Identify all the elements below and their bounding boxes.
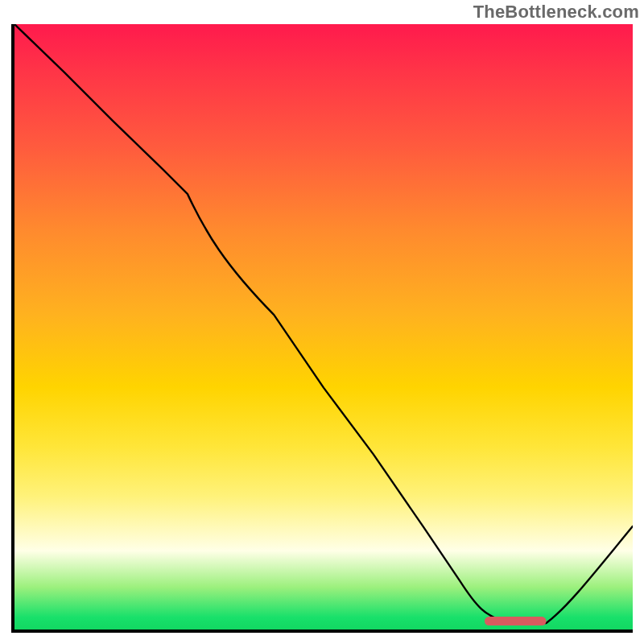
curve-layer <box>14 24 633 630</box>
bottleneck-curve <box>14 24 633 623</box>
watermark-text: TheBottleneck.com <box>473 2 639 23</box>
plot-area <box>11 24 633 633</box>
optimal-marker <box>485 617 547 625</box>
chart-container: TheBottleneck.com <box>0 0 644 644</box>
